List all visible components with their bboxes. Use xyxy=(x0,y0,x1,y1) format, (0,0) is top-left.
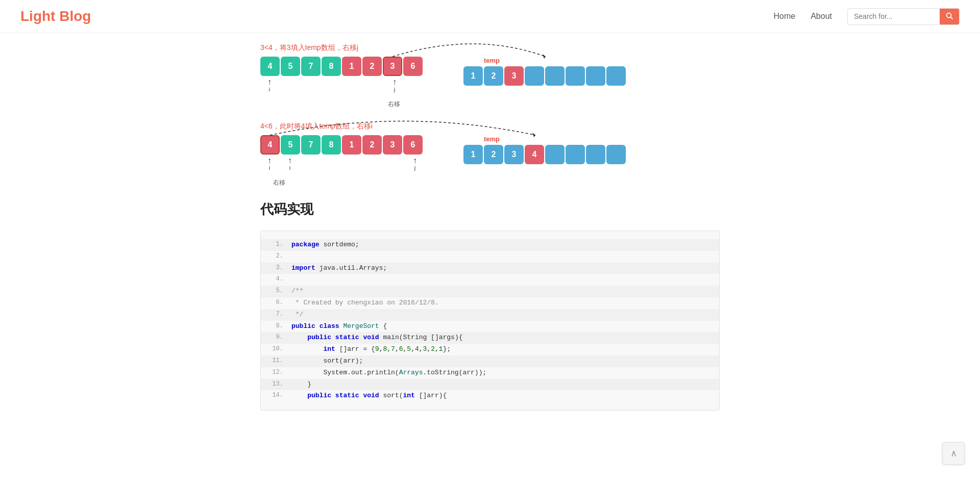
box: 1 xyxy=(463,66,483,86)
code-line: 8. public class MergeSort { xyxy=(261,321,719,333)
box: 3 xyxy=(504,145,524,164)
code-line: 4. xyxy=(261,274,719,286)
code-line: 13. } xyxy=(261,379,719,391)
box: 2 xyxy=(362,135,382,155)
temp-label-2: temp xyxy=(484,135,626,143)
svg-line-1 xyxy=(951,17,953,19)
pointer-area-1: ↑ i ↑ j xyxy=(260,78,423,96)
box: 6 xyxy=(403,57,423,76)
diagram-row-1: 3<4，将3填入temp数组，右移j 4 5 7 8 1 2 3 6 xyxy=(260,43,720,96)
line-num: 13. xyxy=(269,379,283,389)
nav-about[interactable]: About xyxy=(811,12,832,21)
code-line: 9. public static void main(String []args… xyxy=(261,332,719,344)
box xyxy=(566,66,585,86)
line-num: 3. xyxy=(269,263,283,273)
line-num: 7. xyxy=(269,310,283,319)
box: 5 xyxy=(281,135,300,155)
pointer-i: ↑ i xyxy=(267,78,272,92)
box: 1 xyxy=(463,145,483,164)
box: 7 xyxy=(301,57,321,76)
pointer-area-2: ↑ i ↑ i ↑ j xyxy=(260,157,423,175)
diagram-row-2: 4<6，此时将4填入temp数组，右移i 4 5 7 8 1 2 3 6 xyxy=(260,122,720,175)
temp-label-1: temp xyxy=(484,57,626,64)
line-num: 8. xyxy=(269,321,283,331)
code-text: System.out.println(Arrays.toString(arr))… xyxy=(291,368,486,378)
code-text xyxy=(291,251,296,262)
left-boxes-2: 4 5 7 8 1 2 3 6 xyxy=(260,135,423,155)
box: 2 xyxy=(362,57,382,76)
right-shift-label-2: 右移 xyxy=(273,178,285,187)
box: 3 xyxy=(383,135,402,155)
code-line: 11. sort(arr); xyxy=(261,355,719,367)
line-num: 14. xyxy=(269,391,283,400)
code-line: 5. /** xyxy=(261,286,719,297)
code-text: } xyxy=(291,379,311,390)
section-title: 代码实现 xyxy=(260,200,720,222)
main-content: 3<4，将3填入temp数组，右移j 4 5 7 8 1 2 3 6 xyxy=(245,33,735,431)
line-num: 10. xyxy=(269,344,283,354)
code-line: 1. package sortdemo; xyxy=(261,239,719,251)
left-array-2: 4 5 7 8 1 2 3 6 ↑ i xyxy=(260,135,423,175)
box xyxy=(545,66,565,86)
code-line: 10. int []arr = {9,8,7,6,5,4,3,2,1}; xyxy=(261,344,719,355)
box xyxy=(566,145,585,164)
code-line: 7. */ xyxy=(261,309,719,321)
nav-home[interactable]: Home xyxy=(774,12,796,21)
code-line: 14. public static void sort(int []arr){ xyxy=(261,390,719,402)
right-array-1: temp 1 2 3 xyxy=(463,57,626,86)
search-input[interactable] xyxy=(848,9,940,23)
code-text: public class MergeSort { xyxy=(291,321,387,332)
box: 6 xyxy=(403,135,423,155)
right-array-2: temp 1 2 3 4 xyxy=(463,135,626,164)
box: 8 xyxy=(322,57,341,76)
diagram-label-1: 3<4，将3填入temp数组，右移j xyxy=(260,43,720,53)
code-text: * Created by chengxiao on 2016/12/8. xyxy=(291,298,439,309)
box: 8 xyxy=(322,135,341,155)
line-num: 2. xyxy=(269,251,283,261)
line-num: 5. xyxy=(269,286,283,296)
code-line: 3. import java.util.Arrays; xyxy=(261,263,719,274)
box: 1 xyxy=(342,57,361,76)
code-line: 12. System.out.println(Arrays.toString(a… xyxy=(261,367,719,379)
code-text: public static void sort(int []arr){ xyxy=(291,391,447,401)
search-icon xyxy=(946,12,953,19)
code-block: 1. package sortdemo; 2. 3. import java.u… xyxy=(260,231,720,411)
diagram-label-2: 4<6，此时将4填入temp数组，右移i xyxy=(260,122,720,131)
code-text: /** xyxy=(291,286,303,297)
line-num: 11. xyxy=(269,356,283,366)
pointer-i2-2: ↑ i xyxy=(288,157,292,171)
code-text: */ xyxy=(291,310,303,320)
code-line: 6. * Created by chengxiao on 2016/12/8. xyxy=(261,297,719,309)
line-num: 12. xyxy=(269,368,283,377)
box: 1 xyxy=(342,135,361,155)
box xyxy=(525,66,544,86)
box: 7 xyxy=(301,135,321,155)
box: 2 xyxy=(484,66,503,86)
box-highlight: 3 xyxy=(504,66,524,86)
box: 4 xyxy=(260,57,280,76)
right-boxes-2: 1 2 3 4 xyxy=(463,145,626,164)
search-box xyxy=(847,8,960,25)
box xyxy=(606,66,626,86)
code-text: sort(arr); xyxy=(291,356,363,367)
line-num: 9. xyxy=(269,333,283,342)
code-text: public static void main(String []args){ xyxy=(291,333,463,343)
line-num: 4. xyxy=(269,274,283,284)
line-num: 1. xyxy=(269,240,283,249)
code-text: package sortdemo; xyxy=(291,240,359,250)
box: 5 xyxy=(281,57,300,76)
box xyxy=(586,66,605,86)
pointer-j-2: ↑ j xyxy=(413,157,417,171)
left-boxes-1: 4 5 7 8 1 2 3 6 xyxy=(260,57,423,76)
search-button[interactable] xyxy=(940,9,959,24)
box-highlight: 4 xyxy=(525,145,544,164)
nav: Home About xyxy=(774,8,960,25)
code-text xyxy=(291,274,296,285)
box xyxy=(586,145,605,164)
box: 2 xyxy=(484,145,503,164)
diagram-section: 3<4，将3填入temp数组，右移j 4 5 7 8 1 2 3 6 xyxy=(260,43,720,175)
box xyxy=(545,145,565,164)
box-highlight: 3 xyxy=(383,57,402,76)
pointer-j: ↑ j xyxy=(393,78,397,92)
logo[interactable]: Light Blog xyxy=(20,8,91,24)
